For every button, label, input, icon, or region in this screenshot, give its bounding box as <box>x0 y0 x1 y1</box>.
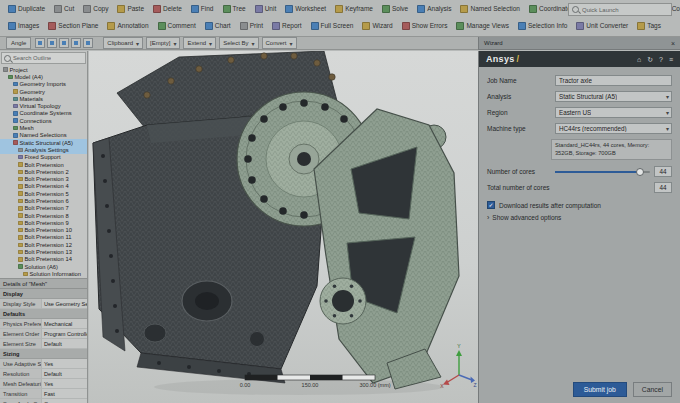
mode-button-vertex[interactable] <box>35 38 45 48</box>
toolbar-combo-select-by[interactable]: Select By▾ <box>219 37 258 49</box>
tree-item-solution-information[interactable]: Solution Information <box>0 270 87 277</box>
tree-item-geometry-imports[interactable]: Geometry Imports <box>0 81 87 88</box>
tree-item-connections[interactable]: Connections <box>0 117 87 124</box>
toolbar-combo-empty[interactable]: [Empty]▾ <box>146 37 180 49</box>
cancel-button[interactable]: Cancel <box>633 382 672 397</box>
ribbon-button-manage-views[interactable]: Manage Views <box>452 18 513 34</box>
machine-type-select[interactable]: HC44rs (recommended) <box>555 123 672 134</box>
ribbon-button-chart[interactable]: Chart <box>201 18 235 34</box>
tree-item-bolt-pretension-10[interactable]: Bolt Pretension 10 <box>0 227 87 234</box>
tree-item-project[interactable]: Project <box>0 66 87 73</box>
tree-item-bolt-pretension-8[interactable]: Bolt Pretension 8 <box>0 212 87 219</box>
tree-item-bolt-pretension-13[interactable]: Bolt Pretension 13 <box>0 248 87 255</box>
tree-item-bolt-pretension-3[interactable]: Bolt Pretension 3 <box>0 175 87 182</box>
ribbon-button-cut[interactable]: Cut <box>50 1 78 17</box>
tree-item-static-structural-a5[interactable]: Static Structural (A5) <box>0 139 87 146</box>
ribbon-button-full-screen[interactable]: Full Screen <box>307 18 358 34</box>
cores-slider[interactable] <box>555 171 650 173</box>
ribbon-button-solve[interactable]: Solve <box>378 1 412 17</box>
tree-item-bolt-pretension-12[interactable]: Bolt Pretension 12 <box>0 241 87 248</box>
tree-item-bolt-pretension-2[interactable]: Bolt Pretension 2 <box>0 168 87 175</box>
ribbon-button-wizard[interactable]: Wizard <box>358 18 396 34</box>
tree-item-bolt-pretension-11[interactable]: Bolt Pretension 11 <box>0 234 87 241</box>
ribbon-button-find[interactable]: Find <box>187 1 218 17</box>
mode-button-edge[interactable] <box>47 38 57 48</box>
ribbon-button-keyframe[interactable]: Keyframe <box>331 1 377 17</box>
tree-item-model-a4[interactable]: Model (A4) <box>0 73 87 80</box>
refresh-icon[interactable]: ↻ <box>647 56 653 63</box>
graphics-viewport[interactable]: 0.00 150.00 300.00 (mm) Y X Z <box>89 51 478 403</box>
mode-button-face[interactable] <box>59 38 69 48</box>
ribbon-button-print[interactable]: Print <box>236 18 267 34</box>
orientation-triad[interactable]: Y X Z <box>440 343 476 389</box>
details-value[interactable]: Mechanical <box>42 319 87 328</box>
region-select[interactable]: Eastern US <box>555 107 672 118</box>
toolbar-combo-convert[interactable]: Convert▾ <box>262 37 297 49</box>
details-value[interactable]: Fast <box>42 389 87 398</box>
tree-item-virtual-topology[interactable]: Virtual Topology <box>0 102 87 109</box>
tree-item-solution-a6[interactable]: Solution (A6) <box>0 263 87 270</box>
tree-item-bolt-pretension[interactable]: Bolt Pretension <box>0 161 87 168</box>
tree-item-bolt-pretension-5[interactable]: Bolt Pretension 5 <box>0 190 87 197</box>
meshed-model[interactable] <box>93 51 459 389</box>
tree-item-bolt-pretension-9[interactable]: Bolt Pretension 9 <box>0 219 87 226</box>
details-value[interactable]: Default <box>42 369 87 378</box>
tree-item-bolt-pretension-7[interactable]: Bolt Pretension 7 <box>0 205 87 212</box>
ribbon-button-show-errors[interactable]: Show Errors <box>398 18 452 34</box>
cores-value[interactable]: 44 <box>654 166 672 177</box>
quick-launch-search[interactable]: Quick Launch <box>568 3 672 16</box>
job-name-input[interactable]: Tractor axle <box>555 75 672 86</box>
tree-item-analysis-settings[interactable]: Analysis Settings <box>0 146 87 153</box>
ribbon-button-comment[interactable]: Comment <box>154 18 200 34</box>
tree-item-named-selections[interactable]: Named Selections <box>0 132 87 139</box>
tree-item-coordinate-systems[interactable]: Coordinate Systems <box>0 110 87 117</box>
show-advanced-options[interactable]: › Show advanced options <box>487 214 672 221</box>
ribbon-button-report[interactable]: Report <box>268 18 306 34</box>
tree-item-bolt-pretension-4[interactable]: Bolt Pretension 4 <box>0 183 87 190</box>
toolbar-combo-clipboard[interactable]: Clipboard▾ <box>103 37 143 49</box>
submit-job-button[interactable]: Submit job <box>573 382 627 397</box>
ribbon-button-unit[interactable]: Unit <box>251 1 281 17</box>
details-value[interactable]: Use Geometry Setting <box>42 299 87 308</box>
tree-item-materials[interactable]: Materials <box>0 95 87 102</box>
menu-icon[interactable]: ≡ <box>669 56 673 63</box>
ribbon-button-unit-converter[interactable]: Unit Converter <box>572 18 632 34</box>
ribbon-button-copy[interactable]: Copy <box>79 1 112 17</box>
tree-item-bolt-pretension-14[interactable]: Bolt Pretension 14 <box>0 256 87 263</box>
tree-item-geometry[interactable]: Geometry <box>0 88 87 95</box>
help-icon[interactable]: ? <box>659 56 663 63</box>
ribbon-button-annotation[interactable]: Annotation <box>103 18 152 34</box>
download-results-row[interactable]: ✓ Download results after computation <box>487 201 672 209</box>
close-icon[interactable]: × <box>671 40 675 47</box>
wizard-tab[interactable]: Wizard <box>484 40 503 46</box>
ribbon-button-tree[interactable]: Tree <box>219 1 250 17</box>
analysis-select[interactable]: Static Structural (A5) <box>555 91 672 102</box>
outline-search-input[interactable]: Search Outline <box>1 52 86 64</box>
toolbar-combo-extend[interactable]: Extend▾ <box>183 37 216 49</box>
angle-control[interactable]: Angle <box>6 37 31 49</box>
tree-item-bolt-pretension-6[interactable]: Bolt Pretension 6 <box>0 197 87 204</box>
mode-button-body[interactable] <box>71 38 81 48</box>
ribbon-button-delete[interactable]: Delete <box>149 1 186 17</box>
ribbon-button-duplicate[interactable]: Duplicate <box>4 1 49 17</box>
ribbon-button-analysis[interactable]: Analysis <box>413 1 455 17</box>
details-value[interactable]: Default <box>42 339 87 348</box>
mode-button-mesh[interactable] <box>83 38 93 48</box>
details-value[interactable]: Coarse <box>42 399 87 403</box>
details-value[interactable]: Program Controlled <box>42 329 87 338</box>
ribbon-button-tags[interactable]: Tags <box>633 18 665 34</box>
home-icon[interactable]: ⌂ <box>637 56 641 63</box>
ribbon-button-named-selection[interactable]: Named Selection <box>456 1 524 17</box>
ribbon-button-images[interactable]: Images <box>4 18 43 34</box>
tree-item-mesh[interactable]: Mesh <box>0 124 87 131</box>
tree-item-fixed-support[interactable]: Fixed Support <box>0 154 87 161</box>
ribbon-button-worksheet[interactable]: Worksheet <box>281 1 330 17</box>
slider-handle[interactable] <box>636 168 644 176</box>
meshed-model-canvas[interactable]: 0.00 150.00 300.00 (mm) Y X Z <box>89 51 478 403</box>
ribbon-button-selection-info[interactable]: Selection Info <box>514 18 571 34</box>
ribbon-button-section-plane[interactable]: Section Plane <box>44 18 102 34</box>
checkbox-checked-icon[interactable]: ✓ <box>487 201 495 209</box>
details-value[interactable]: Yes <box>42 379 87 388</box>
details-value[interactable]: Yes <box>42 359 87 368</box>
ribbon-button-paste[interactable]: Paste <box>113 1 148 17</box>
